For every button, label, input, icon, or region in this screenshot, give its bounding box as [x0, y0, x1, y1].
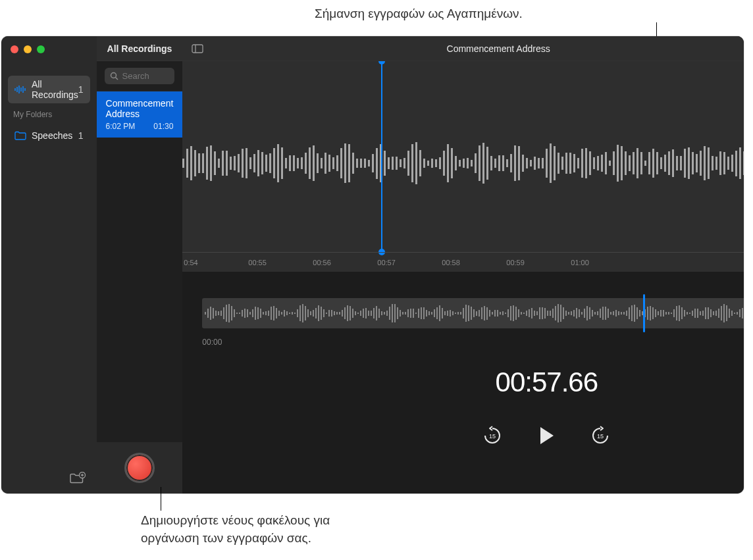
recording-title: Commencement Address — [106, 98, 174, 119]
sidebar-item-label: Speeches — [32, 130, 78, 141]
minimize-window-button[interactable] — [24, 45, 32, 53]
skip-back-15-button[interactable]: 15 — [482, 426, 502, 445]
ruler-tick: 00:57 — [377, 259, 396, 267]
sidebar-item-speeches[interactable]: Speeches 1 — [8, 127, 90, 144]
svg-point-9 — [111, 73, 116, 78]
toolbar: Commencement Address Edit — [182, 36, 744, 61]
close-window-button[interactable] — [11, 45, 18, 53]
detail-pane: Commencement Address Edit 0:5400:5500:56… — [182, 36, 744, 494]
callout-new-folder: Δημιουργήστε νέους φακέλους για οργάνωση… — [141, 512, 330, 547]
svg-rect-11 — [192, 45, 203, 53]
recording-duration: 01:30 — [153, 122, 173, 131]
folder-icon — [14, 131, 26, 140]
skip-forward-15-button[interactable]: 15 — [590, 426, 610, 445]
waveform-icon — [14, 85, 26, 94]
playhead[interactable] — [381, 61, 382, 252]
search-icon — [110, 72, 118, 80]
ruler-tick: 0:54 — [184, 259, 197, 267]
waveform-overview[interactable] — [202, 298, 744, 328]
ruler-tick: 00:56 — [313, 259, 331, 267]
waveform-main[interactable]: 0:5400:5500:5600:5700:5800:5901:00 — [182, 61, 744, 272]
ruler-tick: 01:00 — [571, 259, 589, 267]
search-input[interactable] — [122, 71, 170, 81]
sidebar-item-all-recordings[interactable]: All Recordings 1 — [8, 76, 90, 103]
sidebar-item-label: All Recordings — [32, 79, 78, 100]
recording-row[interactable]: Commencement Address 6:02 PM 01:30 — [97, 91, 183, 138]
record-bar — [97, 442, 183, 494]
transport-controls: 15 15 — [182, 424, 744, 447]
time-ruler: 0:5400:5500:5600:5700:5800:5901:00 — [182, 252, 744, 272]
sidebar-item-count: 1 — [78, 130, 84, 141]
new-folder-button[interactable] — [69, 471, 86, 486]
sidebar-item-count: 1 — [78, 84, 84, 95]
recording-time: 6:02 PM — [106, 122, 136, 131]
app-window: All Recordings 1 My Folders Speeches 1 A… — [1, 36, 744, 494]
zoom-window-button[interactable] — [37, 45, 45, 53]
list-header: All Recordings — [97, 36, 183, 61]
overview-playhead[interactable] — [643, 294, 645, 332]
play-button[interactable] — [535, 424, 558, 447]
sidebar-heading-myfolders: My Folders — [1, 103, 97, 122]
recordings-list-pane: All Recordings Commencement Address 6:02… — [97, 36, 183, 494]
svg-text:15: 15 — [489, 433, 496, 440]
callout-line — [161, 487, 161, 511]
window-controls — [1, 36, 97, 61]
recording-title-header: Commencement Address — [210, 43, 744, 54]
current-time-display: 00:57.66 — [182, 367, 744, 398]
ruler-tick: 00:59 — [506, 259, 525, 267]
overview-start-time: 00:00 — [202, 338, 222, 347]
callout-favorite: Σήμανση εγγραφών ως Αγαπημένων. — [315, 5, 523, 23]
toggle-sidebar-button[interactable] — [189, 41, 206, 57]
ruler-tick: 00:58 — [442, 259, 460, 267]
ruler-tick: 00:55 — [248, 259, 267, 267]
record-button[interactable] — [124, 453, 155, 483]
sidebar: All Recordings 1 My Folders Speeches 1 — [1, 36, 97, 494]
svg-text:15: 15 — [597, 433, 604, 440]
svg-line-10 — [115, 78, 118, 80]
search-box[interactable] — [105, 68, 175, 84]
